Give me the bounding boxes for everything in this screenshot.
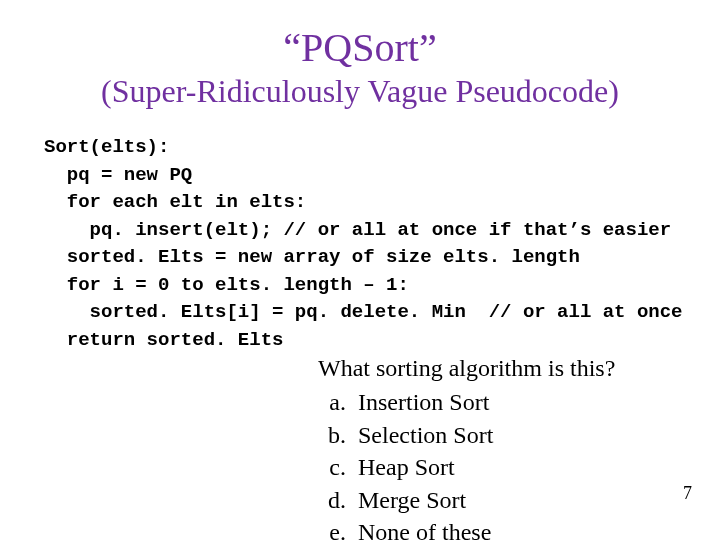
page-number: 7 — [683, 483, 692, 504]
option-letter: e. — [318, 516, 358, 540]
slide-title: “PQSort” — [0, 24, 720, 71]
question-text: What sorting algorithm is this? — [318, 352, 615, 384]
option-text: Merge Sort — [358, 484, 466, 516]
pseudocode-block: Sort(elts): pq = new PQ for each elt in … — [44, 134, 720, 354]
option-text: None of these — [358, 516, 491, 540]
option-text: Insertion Sort — [358, 386, 489, 418]
code-line: return sorted. Elts — [44, 329, 283, 351]
code-line: sorted. Elts[i] = pq. delete. Min // or … — [44, 301, 683, 323]
code-line: pq = new PQ — [44, 164, 192, 186]
code-line: for i = 0 to elts. length – 1: — [44, 274, 409, 296]
question-block: What sorting algorithm is this? a. Inser… — [318, 352, 615, 540]
option-c: c. Heap Sort — [318, 451, 615, 483]
slide-subtitle: (Super-Ridiculously Vague Pseudocode) — [0, 73, 720, 110]
option-letter: a. — [318, 386, 358, 418]
option-e: e. None of these — [318, 516, 615, 540]
code-line: pq. insert(elt); // or all at once if th… — [44, 219, 671, 241]
options-list: a. Insertion Sort b. Selection Sort c. H… — [318, 386, 615, 540]
option-letter: c. — [318, 451, 358, 483]
option-d: d. Merge Sort — [318, 484, 615, 516]
option-b: b. Selection Sort — [318, 419, 615, 451]
option-letter: b. — [318, 419, 358, 451]
code-line: Sort(elts): — [44, 136, 169, 158]
code-line: for each elt in elts: — [44, 191, 306, 213]
option-a: a. Insertion Sort — [318, 386, 615, 418]
code-line: sorted. Elts = new array of size elts. l… — [44, 246, 580, 268]
option-letter: d. — [318, 484, 358, 516]
option-text: Heap Sort — [358, 451, 455, 483]
option-text: Selection Sort — [358, 419, 493, 451]
